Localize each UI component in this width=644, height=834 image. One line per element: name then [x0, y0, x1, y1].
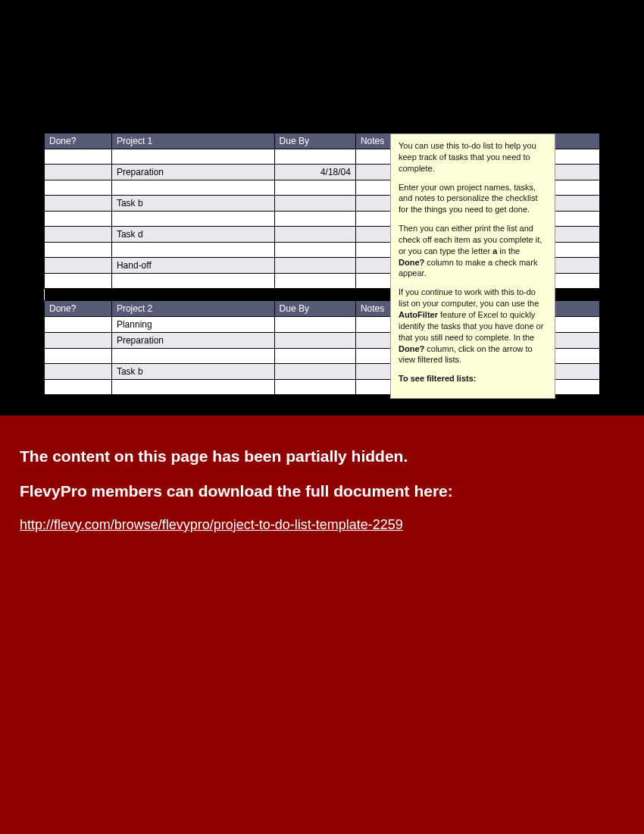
help-tooltip: You can use this to-do list to help you …: [390, 133, 555, 399]
header-task[interactable]: Project 1: [111, 133, 274, 149]
help-paragraph: Then you can either print the list and c…: [399, 223, 547, 279]
header-due[interactable]: Due By: [274, 301, 355, 317]
overlay-line1: The content on this page has been partia…: [20, 447, 624, 466]
header-done[interactable]: Done?: [45, 301, 112, 317]
header-task[interactable]: Project 2: [111, 301, 274, 317]
overlay-line2: FlevyPro members can download the full d…: [20, 482, 624, 500]
help-paragraph: Enter your own project names, tasks, and…: [399, 182, 547, 216]
overlay-link[interactable]: http://flevy.com/browse/flevypro/project…: [20, 517, 403, 532]
header-done[interactable]: Done?: [45, 133, 112, 149]
help-paragraph: You can use this to-do list to help you …: [399, 140, 547, 174]
paywall-overlay: The content on this page has been partia…: [0, 415, 644, 834]
help-paragraph: To see filtered lists:: [399, 373, 547, 384]
header-due[interactable]: Due By: [274, 133, 355, 149]
help-paragraph: If you continue to work with this to-do …: [399, 287, 547, 365]
